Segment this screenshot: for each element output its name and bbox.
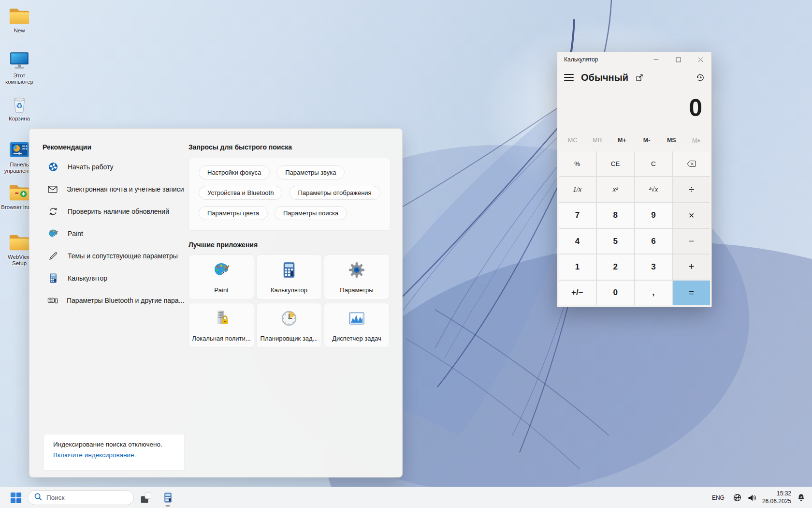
five-button[interactable]: 5 — [597, 229, 634, 254]
negate-button[interactable]: +/− — [559, 281, 596, 305]
keep-on-top-icon[interactable] — [635, 73, 644, 82]
network-globe-icon[interactable] — [733, 493, 742, 502]
quick-search-chip[interactable]: Параметры поиска — [275, 206, 347, 220]
taskmgr-icon — [348, 310, 365, 327]
desktop-icon-this-pc[interactable]: Этот компьютер — [1, 48, 38, 85]
search-icon — [34, 493, 42, 503]
four-button[interactable]: 4 — [559, 229, 596, 254]
new-folder-icon — [1, 3, 38, 26]
desktop-icon-label: New — [1, 28, 38, 34]
square-button[interactable]: x² — [597, 177, 634, 202]
taskbar-search[interactable] — [28, 490, 134, 505]
minimize-button[interactable] — [645, 52, 667, 67]
paint-icon — [47, 228, 59, 239]
subtract-button[interactable]: − — [673, 229, 710, 254]
menu-icon[interactable] — [564, 74, 574, 81]
decimal-button[interactable]: , — [635, 281, 672, 305]
volume-icon[interactable] — [747, 493, 757, 503]
memory-recall-button: MR — [585, 134, 609, 146]
clear-entry-button[interactable]: CE — [597, 151, 634, 176]
recycle-bin-icon: ♻ — [1, 91, 38, 114]
search-panel: Рекомендации Начать работуЭлектронная по… — [29, 128, 403, 478]
quick-search-chip[interactable]: Устройства и Bluetooth — [199, 186, 282, 200]
nine-button[interactable]: 9 — [635, 203, 672, 228]
equals-button[interactable]: = — [673, 281, 710, 305]
running-indicator — [166, 505, 170, 507]
desktop-icon-label: Этот компьютер — [1, 73, 38, 85]
six-button[interactable]: 6 — [635, 229, 672, 254]
app-tile-settings[interactable]: Параметры — [324, 254, 390, 299]
history-icon[interactable] — [696, 73, 705, 82]
app-tile-label: Калькулятор — [257, 286, 321, 294]
maximize-button[interactable] — [667, 52, 689, 67]
desktop-icon-new-folder[interactable]: New — [1, 3, 38, 34]
calculator-keypad: %CEC1/xx²²√x÷789×456−123++/−0,= — [559, 151, 710, 305]
taskbar-app-window-icon[interactable] — [136, 488, 156, 508]
this-pc-icon — [1, 48, 38, 71]
backspace-button[interactable] — [673, 151, 710, 176]
three-button[interactable]: 3 — [635, 254, 672, 279]
sqrt-button[interactable]: ²√x — [635, 177, 672, 202]
top-apps-title: Лучшие приложения — [188, 241, 258, 249]
recommendation-get-started[interactable]: Начать работу — [43, 160, 183, 174]
two-button[interactable]: 2 — [597, 254, 634, 279]
percent-button[interactable]: % — [559, 151, 596, 176]
eight-button[interactable]: 8 — [597, 203, 634, 228]
divide-button[interactable]: ÷ — [673, 177, 710, 202]
zero-button[interactable]: 0 — [597, 281, 634, 305]
taskbar-calculator-icon[interactable] — [158, 488, 177, 508]
multiply-button[interactable]: × — [673, 203, 710, 228]
recommendation-label: Paint — [68, 230, 83, 238]
app-tile-task-manager[interactable]: Диспетчер задач — [324, 303, 390, 348]
recommendations-title: Рекомендации — [43, 143, 91, 151]
recommendation-check-updates[interactable]: Проверить наличие обновлений — [43, 204, 183, 219]
search-input[interactable] — [46, 494, 124, 501]
reciprocal-button[interactable]: 1/x — [559, 177, 596, 202]
recommendation-paint[interactable]: Paint — [43, 226, 183, 241]
paint-icon — [213, 261, 230, 279]
quick-search-chip[interactable]: Параметры звука — [276, 165, 345, 179]
quick-search-chip[interactable]: Параметры цвета — [199, 206, 268, 220]
app-tile-label: Локальная полити... — [189, 335, 254, 342]
recommendation-label: Параметры Bluetooth и другие пара... — [67, 297, 184, 304]
recommendation-mail-accounts[interactable]: Электронная почта и учетные записи — [43, 182, 183, 196]
recommendations-list: Начать работуЭлектронная почта и учетные… — [43, 160, 183, 315]
close-button[interactable] — [689, 52, 711, 67]
system-tray: ENG 15:32 26.06.2025 z — [709, 490, 812, 506]
app-tile-calculator[interactable]: Калькулятор — [256, 254, 322, 299]
app-tile-label: Paint — [189, 286, 254, 294]
calculator-titlebar[interactable]: Калькулятор — [557, 52, 711, 67]
app-tile-paint[interactable]: Paint — [188, 254, 254, 299]
window-controls — [645, 52, 711, 67]
seven-button[interactable]: 7 — [559, 203, 596, 228]
quick-searches-title: Запросы для быстрого поиска — [188, 143, 292, 151]
quick-search-chip[interactable]: Настройки фокуса — [199, 165, 270, 179]
quick-search-chip[interactable]: Параметры отображения — [289, 186, 380, 200]
clock[interactable]: 15:32 26.06.2025 — [762, 490, 791, 506]
memory-store-button[interactable]: MS — [659, 134, 684, 146]
add-button[interactable]: + — [673, 254, 710, 279]
memory-row: MCMRM+M-MSM▾ — [560, 134, 709, 146]
app-tile-label: Параметры — [324, 286, 389, 294]
recommendation-bluetooth[interactable]: Параметры Bluetooth и другие пара... — [43, 293, 183, 308]
app-tile-local-policy[interactable]: Локальная полити... — [188, 303, 254, 348]
memory-sub-button[interactable]: M- — [635, 134, 659, 146]
recommendation-themes[interactable]: Темы и сопутствующие параметры — [43, 249, 183, 263]
enable-indexing-link[interactable]: Включите индексирование. — [53, 451, 175, 459]
app-tile-label: Диспетчер задач — [324, 335, 389, 342]
calculator-mode-label[interactable]: Обычный — [581, 72, 628, 83]
svg-text:z: z — [800, 495, 802, 498]
language-indicator[interactable]: ENG — [709, 493, 727, 503]
memory-add-button[interactable]: M+ — [609, 134, 634, 146]
scheduler-icon — [280, 310, 298, 327]
memory-clear-button: MC — [560, 134, 585, 146]
app-tile-task-scheduler[interactable]: Планировщик зад... — [256, 303, 322, 348]
start-button[interactable] — [7, 489, 25, 507]
one-button[interactable]: 1 — [559, 254, 596, 279]
notification-bell-icon[interactable]: z — [797, 493, 806, 502]
clear-button[interactable]: C — [635, 151, 672, 176]
desktop-icon-recycle-bin[interactable]: ♻Корзина — [1, 91, 38, 122]
taskbar: ENG 15:32 26.06.2025 z — [0, 487, 812, 508]
recommendation-calculator[interactable]: Калькулятор — [43, 271, 183, 285]
devices-icon — [47, 295, 58, 306]
